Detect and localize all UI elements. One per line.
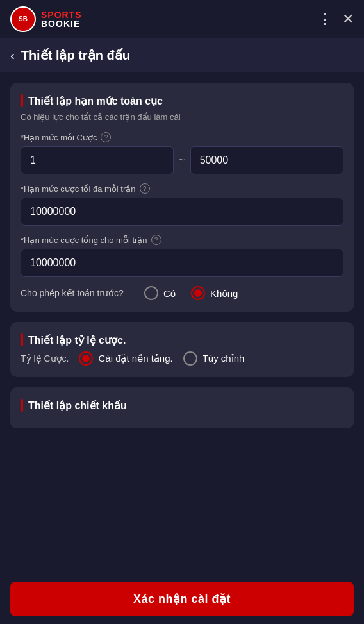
back-button[interactable]: ‹ — [10, 48, 15, 63]
section-discount-title: Thiết lập chiết khấu — [21, 399, 343, 412]
tilde-separator: ~ — [179, 155, 185, 166]
max-per-match-input[interactable] — [21, 198, 343, 226]
main-content: Thiết lập hạn mức toàn cục Có hiệu lực c… — [0, 72, 364, 480]
header-actions: ⋮ ✕ — [318, 11, 354, 28]
radio-custom-label: Tùy chỉnh — [203, 353, 245, 364]
radio-circle-yes — [144, 286, 158, 300]
section-global-title: Thiết lập hạn mức toàn cục — [21, 94, 343, 107]
section-discount: Thiết lập chiết khấu — [10, 387, 354, 428]
presettlement-label: Cho phép kết toán trước? — [21, 288, 124, 298]
section-global-subtitle: Có hiệu lực cho tất cả các trận đấu làm … — [21, 112, 343, 122]
logo-bookie: BOOKIE — [41, 19, 82, 28]
field-group-max-per-match: *Hạn mức cược tối đa mỗi trận ? — [21, 183, 343, 226]
logo-icon: SB — [10, 6, 36, 32]
radio-yes-label: Có — [163, 288, 176, 299]
logo-area: SB SPORTS BOOKIE — [10, 6, 82, 32]
bottom-bar: Xác nhận cài đặt — [0, 574, 364, 624]
section-odds-title: Thiết lập tỷ lệ cược. — [21, 333, 343, 346]
close-icon[interactable]: ✕ — [342, 11, 354, 28]
radio-circle-no — [191, 286, 205, 300]
section-global-limits: Thiết lập hạn mức toàn cục Có hiệu lực c… — [10, 83, 354, 312]
bet-limit-input-row: ~ — [21, 146, 343, 174]
bet-limit-max-input[interactable] — [190, 146, 343, 174]
radio-option-custom[interactable]: Tùy chỉnh — [183, 351, 245, 366]
bet-limit-min-input[interactable] — [21, 146, 174, 174]
total-per-match-input[interactable] — [21, 249, 343, 277]
more-icon[interactable]: ⋮ — [318, 11, 332, 28]
radio-option-yes[interactable]: Có — [144, 286, 176, 300]
radio-circle-platform — [79, 351, 93, 366]
radio-option-platform[interactable]: Cài đặt nền tảng. — [79, 351, 172, 366]
radio-no-label: Không — [210, 288, 238, 299]
bet-limit-label: *Hạn mức mỗi Cược ? — [21, 132, 343, 142]
odds-radio-row: Tỷ lệ Cược. Cài đặt nền tảng. Tùy chỉnh — [21, 351, 343, 366]
confirm-button[interactable]: Xác nhận cài đặt — [10, 582, 354, 616]
field-group-total-per-match: *Hạn mức cược tổng cho mỗi trận ? — [21, 235, 343, 277]
logo-sports: SPORTS — [41, 10, 82, 19]
radio-option-no[interactable]: Không — [191, 286, 238, 300]
total-per-match-label: *Hạn mức cược tổng cho mỗi trận ? — [21, 235, 343, 245]
max-per-match-help-icon[interactable]: ? — [140, 183, 150, 194]
logo-text: SPORTS BOOKIE — [41, 10, 82, 28]
section-odds: Thiết lập tỷ lệ cược. Tỷ lệ Cược. Cài đặ… — [10, 322, 354, 377]
max-per-match-label: *Hạn mức cược tối đa mỗi trận ? — [21, 183, 343, 194]
radio-circle-custom — [183, 351, 197, 366]
radio-platform-label: Cài đặt nền tảng. — [98, 353, 172, 364]
bet-limit-help-icon[interactable]: ? — [101, 132, 111, 142]
total-per-match-help-icon[interactable]: ? — [151, 235, 161, 245]
field-group-bet-limit: *Hạn mức mỗi Cược ? ~ — [21, 132, 343, 174]
page-title: Thiết lập trận đấu — [21, 47, 130, 63]
page-title-bar: ‹ Thiết lập trận đấu — [0, 38, 364, 72]
odds-label: Tỷ lệ Cược. — [21, 353, 69, 364]
presettlement-radio-group: Cho phép kết toán trước? Có Không — [21, 286, 343, 300]
header: SB SPORTS BOOKIE ⋮ ✕ — [0, 0, 364, 38]
